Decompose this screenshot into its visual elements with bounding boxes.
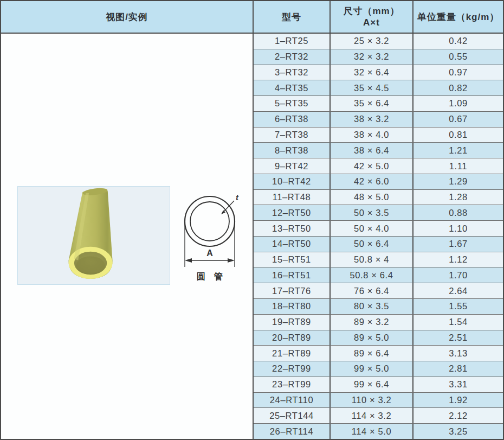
header-dimension: 尺寸（mm） A×t [331, 1, 413, 33]
weight-cell: 1.29 [413, 174, 503, 189]
table-row: 4–RT3535 × 4.50.82 [254, 80, 503, 96]
thickness-label: t [236, 193, 239, 202]
model-cell: 11–RT48 [254, 190, 331, 205]
model-cell: 5–RT35 [254, 96, 331, 111]
header-model-label: 型号 [282, 11, 301, 23]
header-model: 型号 [254, 1, 331, 33]
model-cell: 21–RT89 [254, 346, 331, 361]
dim-cell: 48 × 5.0 [331, 190, 413, 205]
diameter-label: A [206, 248, 213, 258]
dim-cell: 38 × 3.2 [331, 112, 413, 127]
model-cell: 6–RT38 [254, 112, 331, 127]
table-row: 5–RT3535 × 6.41.09 [254, 96, 503, 112]
weight-cell: 1.09 [413, 96, 503, 111]
weight-cell: 1.55 [413, 299, 503, 314]
weight-cell: 1.70 [413, 267, 503, 283]
round-tube-diagram: t A 圆 管 [180, 190, 256, 288]
table-row: 11–RT4848 × 5.01.28 [254, 190, 503, 206]
model-cell: 7–RT38 [254, 127, 331, 143]
diagram-caption: 圆 管 [197, 272, 223, 281]
table-row: 26–RT114114 × 5.03.25 [254, 424, 503, 439]
dim-cell: 50.8 × 4 [331, 252, 413, 267]
table-row: 8–RT3838 × 6.41.21 [254, 143, 503, 158]
model-cell: 10–RT42 [254, 174, 331, 189]
model-cell: 14–RT50 [254, 237, 331, 252]
weight-cell: 1.21 [413, 143, 503, 158]
weight-cell: 1.11 [413, 158, 503, 174]
weight-cell: 3.25 [413, 424, 503, 439]
dim-cell: 114 × 5.0 [331, 424, 413, 439]
dim-cell: 89 × 5.0 [331, 330, 413, 346]
dim-cell: 35 × 6.4 [331, 96, 413, 111]
dim-cell: 42 × 6.0 [331, 174, 413, 189]
dim-cell: 110 × 3.2 [331, 393, 413, 408]
header-view: 视图/实例 [1, 1, 254, 33]
dim-cell: 38 × 4.0 [331, 127, 413, 143]
weight-cell: 3.31 [413, 377, 503, 392]
dim-cell: 38 × 6.4 [331, 143, 413, 158]
table-row: 20–RT8989 × 5.02.51 [254, 330, 503, 346]
model-cell: 2–RT32 [254, 49, 331, 65]
spec-table: 视图/实例 型号 尺寸（mm） A×t 单位重量（kg/m） [0, 0, 504, 440]
weight-cell: 0.55 [413, 49, 503, 65]
model-cell: 1–RT25 [254, 34, 331, 49]
model-cell: 13–RT50 [254, 221, 331, 236]
table-row: 2–RT3232 × 3.20.55 [254, 49, 503, 65]
table-row: 25–RT144114 × 3.22.12 [254, 408, 503, 424]
view-example-cell: t A 圆 管 [1, 34, 254, 439]
weight-cell: 1.54 [413, 315, 503, 330]
weight-cell: 1.28 [413, 190, 503, 205]
weight-cell: 0.97 [413, 65, 503, 80]
dim-cell: 114 × 3.2 [331, 408, 413, 423]
table-row: 10–RT4242 × 6.01.29 [254, 174, 503, 190]
model-cell: 9–RT42 [254, 158, 331, 174]
weight-cell: 1.67 [413, 237, 503, 252]
table-body: t A 圆 管 1–RT2525 × 3.20.422–RT3232 × 3.2… [1, 34, 503, 439]
dim-cell: 89 × 6.4 [331, 346, 413, 361]
weight-cell: 0.67 [413, 112, 503, 127]
model-cell: 17–RT76 [254, 283, 331, 298]
weight-cell: 0.88 [413, 205, 503, 220]
header-dimension-line2: A×t [363, 17, 380, 28]
table-row: 17–RT7676 × 6.42.64 [254, 283, 503, 299]
dim-cell: 32 × 3.2 [331, 49, 413, 65]
table-row: 18–RT8080 × 3.51.55 [254, 299, 503, 315]
table-row: 13–RT5050 × 4.01.10 [254, 221, 503, 237]
table-row: 22–RT9999 × 5.02.81 [254, 361, 503, 377]
weight-cell: 0.82 [413, 80, 503, 95]
dim-cell: 50.8 × 6.4 [331, 267, 413, 283]
model-cell: 12–RT50 [254, 205, 331, 220]
model-cell: 16–RT51 [254, 267, 331, 283]
table-row: 16–RT5150.8 × 6.41.70 [254, 267, 503, 283]
cross-section-diagram: t A 圆 管 [180, 190, 256, 288]
dim-cell: 50 × 4.0 [331, 221, 413, 236]
dim-cell: 89 × 3.2 [331, 315, 413, 330]
table-row: 12–RT5050 × 3.50.88 [254, 205, 503, 221]
weight-cell: 1.12 [413, 252, 503, 267]
model-cell: 3–RT32 [254, 65, 331, 80]
model-cell: 4–RT35 [254, 80, 331, 95]
dim-cell: 32 × 6.4 [331, 65, 413, 80]
dim-cell: 25 × 3.2 [331, 34, 413, 49]
table-row: 9–RT4242 × 5.01.11 [254, 158, 503, 174]
table-row: 1–RT2525 × 3.20.42 [254, 34, 503, 49]
weight-cell: 2.51 [413, 330, 503, 346]
weight-cell: 3.13 [413, 346, 503, 361]
dim-cell: 99 × 6.4 [331, 377, 413, 392]
weight-cell: 2.12 [413, 408, 503, 423]
tube-photo-illustration [18, 187, 170, 284]
dim-cell: 80 × 3.5 [331, 299, 413, 314]
table-row: 6–RT3838 × 3.20.67 [254, 112, 503, 127]
header-dimension-line1: 尺寸（mm） [343, 5, 399, 17]
table-row: 23–RT9999 × 6.43.31 [254, 377, 503, 393]
dim-cell: 42 × 5.0 [331, 158, 413, 174]
model-cell: 26–RT114 [254, 424, 331, 439]
table-row: 19–RT8989 × 3.21.54 [254, 315, 503, 330]
table-row: 14–RT5050 × 6.41.67 [254, 237, 503, 252]
weight-cell: 2.64 [413, 283, 503, 298]
model-cell: 20–RT89 [254, 330, 331, 346]
model-cell: 23–RT99 [254, 377, 331, 392]
dim-cell: 50 × 6.4 [331, 237, 413, 252]
dim-cell: 35 × 4.5 [331, 80, 413, 95]
table-row: 3–RT3232 × 6.40.97 [254, 65, 503, 81]
